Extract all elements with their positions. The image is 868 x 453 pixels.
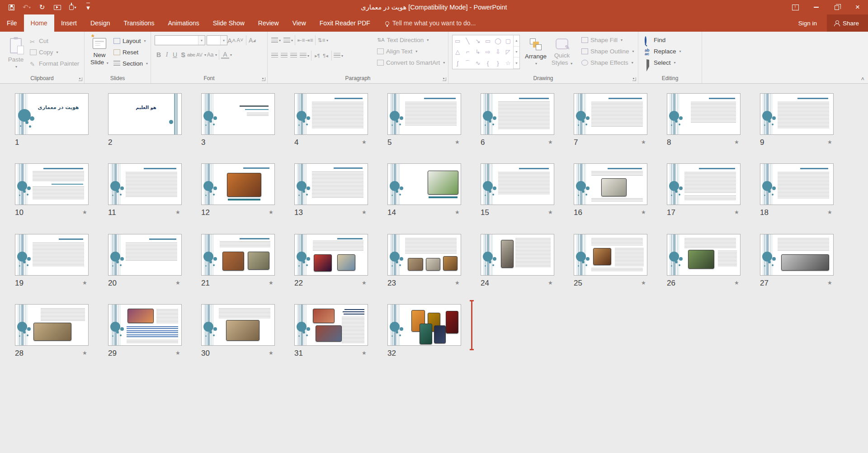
slide-thumbnail-27[interactable] (760, 234, 834, 276)
transition-star-icon[interactable]: ★ (455, 280, 460, 286)
slide-thumbnail-29[interactable] (108, 304, 182, 346)
find-button[interactable]: Find (643, 34, 702, 46)
clear-formatting-button[interactable]: A◢ (248, 35, 256, 45)
freeform-shape-icon[interactable]: ʃ (457, 60, 458, 67)
convert-to-smartart-button[interactable]: Convert to SmartArt▾ (375, 57, 447, 68)
line-spacing-button[interactable]: ⇅≡ (317, 35, 326, 45)
transition-star-icon[interactable]: ★ (641, 280, 646, 286)
slide-thumbnail-5[interactable] (387, 93, 461, 135)
shapes-scroll-down-button[interactable]: ▼ (514, 47, 519, 58)
replace-button[interactable]: abacReplace▾ (643, 46, 702, 57)
slide-thumbnail-1[interactable]: هویت در معماری (15, 93, 89, 135)
elbow-arrow-shape-icon[interactable]: ↳ (475, 48, 480, 55)
copy-button[interactable]: Copy▾ (28, 47, 81, 58)
redo-button[interactable]: ↻ (35, 1, 49, 14)
slide-thumbnail-15[interactable] (481, 163, 554, 205)
numbering-button[interactable] (283, 38, 290, 43)
tab-transitions[interactable]: Transitions (117, 14, 161, 32)
text-shadow-button[interactable]: S (179, 50, 187, 60)
tab-insert[interactable]: Insert (54, 14, 84, 32)
transition-star-icon[interactable]: ★ (362, 209, 367, 215)
select-button[interactable]: Select▾ (643, 57, 702, 68)
slide-thumbnail-22[interactable] (294, 234, 368, 276)
transition-star-icon[interactable]: ★ (734, 139, 739, 145)
transition-star-icon[interactable]: ★ (641, 139, 646, 145)
strikethrough-button[interactable]: abc (187, 50, 195, 60)
change-case-button[interactable]: Aa (206, 50, 214, 60)
restore-button[interactable] (826, 0, 847, 14)
rectangle-shape-icon[interactable]: ▭ (485, 38, 491, 44)
slide-thumbnail-30[interactable] (201, 304, 275, 346)
tab-animations[interactable]: Animations (161, 14, 206, 32)
transition-star-icon[interactable]: ★ (827, 280, 832, 286)
tab-home[interactable]: Home (24, 14, 54, 32)
transition-star-icon[interactable]: ★ (362, 350, 367, 356)
shapes-scroll-up-button[interactable]: ▲ (514, 35, 519, 47)
transition-star-icon[interactable]: ★ (548, 139, 553, 145)
slide-thumbnail-3[interactable] (201, 93, 275, 135)
paste-button[interactable]: Paste ▾ (4, 34, 28, 73)
tab-file[interactable]: File (0, 14, 24, 32)
transition-star-icon[interactable]: ★ (362, 280, 367, 286)
bold-button[interactable]: B (155, 50, 163, 60)
slide-thumbnail-16[interactable] (574, 163, 647, 205)
slide-thumbnail-17[interactable] (667, 163, 741, 205)
font-size-combobox[interactable]: ▾ (207, 35, 227, 45)
shape-outline-button[interactable]: Shape Outline▾ (580, 46, 636, 57)
transition-star-icon[interactable]: ★ (269, 350, 274, 356)
start-slideshow-button[interactable] (51, 1, 64, 14)
down-arrow-shape-icon[interactable]: ⇩ (495, 48, 500, 55)
slide-thumbnail-13[interactable] (294, 163, 368, 205)
transition-star-icon[interactable]: ★ (548, 280, 553, 286)
bullets-button[interactable] (271, 38, 278, 43)
slide-thumbnail-32[interactable] (387, 304, 461, 346)
arrow-shape-icon[interactable]: ↘ (475, 38, 480, 44)
text-direction-button[interactable]: ⇅AText Direction▾ (375, 34, 447, 46)
triangle-shape-icon[interactable]: △ (455, 48, 460, 55)
tab-view[interactable]: View (286, 14, 313, 32)
align-left-button[interactable] (271, 53, 278, 59)
oval-shape-icon[interactable]: ◯ (495, 38, 501, 44)
shapes-more-button[interactable]: ▼ (514, 57, 519, 69)
decrease-indent-button[interactable]: ⇤≡ (297, 35, 305, 45)
save-button[interactable] (5, 1, 18, 14)
transition-star-icon[interactable]: ★ (455, 139, 460, 145)
line-shape-icon[interactable]: ╲ (466, 38, 470, 44)
transition-star-icon[interactable]: ★ (641, 209, 646, 215)
layout-button[interactable]: Layout▾ (112, 35, 150, 47)
align-text-button[interactable]: Align Text▾ (375, 46, 447, 57)
tab-foxit-reader-pdf[interactable]: Foxit Reader PDF (313, 14, 377, 32)
font-name-combobox[interactable]: ▾ (155, 35, 205, 45)
increase-indent-button[interactable]: ⇥≡ (305, 35, 313, 45)
columns-button[interactable] (334, 53, 340, 59)
tab-design[interactable]: Design (84, 14, 117, 32)
shape-effects-button[interactable]: Shape Effects▾ (580, 57, 636, 68)
right-arrow-shape-icon[interactable]: ⇨ (486, 48, 491, 55)
slide-thumbnail-26[interactable] (667, 234, 741, 276)
cut-button[interactable]: ✂Cut (28, 35, 81, 47)
slide-thumbnail-9[interactable] (760, 93, 834, 135)
font-color-button[interactable]: A (221, 51, 229, 59)
slide-thumbnail-24[interactable] (481, 234, 554, 276)
rounded-rectangle-shape-icon[interactable]: ▢ (505, 38, 511, 44)
snip-corner-shape-icon[interactable]: ◸ (506, 48, 510, 55)
slide-thumbnail-21[interactable] (201, 234, 275, 276)
decrease-font-size-button[interactable]: A˅ (236, 35, 244, 45)
section-button[interactable]: Section▾ (112, 58, 150, 69)
slide-thumbnail-8[interactable] (667, 93, 741, 135)
slide-thumbnail-6[interactable] (481, 93, 554, 135)
transition-star-icon[interactable]: ★ (82, 350, 87, 356)
slide-thumbnail-4[interactable] (294, 93, 368, 135)
transition-star-icon[interactable]: ★ (269, 209, 274, 215)
justify-button[interactable] (300, 53, 307, 59)
elbow-connector-shape-icon[interactable]: ⌐ (466, 48, 470, 55)
left-brace-shape-icon[interactable]: { (487, 60, 489, 67)
underline-button[interactable]: U (171, 50, 179, 60)
drawing-dialog-launcher[interactable] (632, 77, 636, 81)
undo-button[interactable]: ↶▾ (20, 1, 33, 14)
increase-font-size-button[interactable]: A˄ (227, 35, 236, 45)
transition-star-icon[interactable]: ★ (175, 280, 180, 286)
transition-star-icon[interactable]: ★ (362, 139, 367, 145)
italic-button[interactable]: I (163, 50, 171, 60)
right-brace-shape-icon[interactable]: } (497, 60, 499, 67)
